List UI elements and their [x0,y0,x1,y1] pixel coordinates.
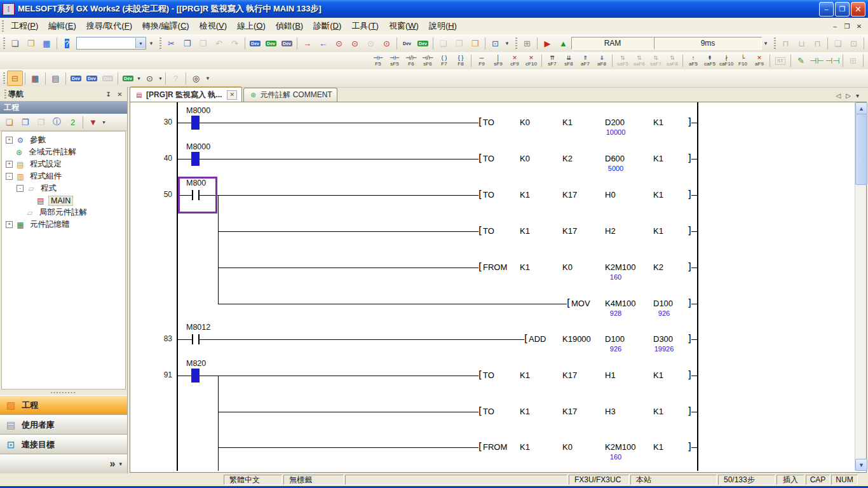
paste-icon[interactable]: ❒ [195,36,211,51]
device-ccl-icon[interactable]: Dev [100,71,116,86]
note-edit-icon[interactable]: ⊞ [865,53,868,69]
toolbar-grip[interactable] [159,37,161,49]
dropdown-arrow-icon[interactable]: ▾ [101,119,107,125]
ladder-symbol-f7-icon[interactable]: ( )F7 [436,53,452,69]
help2-icon[interactable]: ? [168,71,184,86]
device-green-icon[interactable]: Dev [415,36,431,51]
device-search-icon[interactable]: ⊙ [142,71,158,86]
instruction-mnemonic[interactable]: TO [483,226,494,236]
ladder-symbol-saf7-icon[interactable]: ⇅saF7 [648,53,664,69]
contact-energized[interactable] [191,152,200,166]
write-to-plc-icon[interactable]: → [299,36,315,51]
ladder-symbol-af8-icon[interactable]: ⇓aF8 [593,53,610,69]
instruction-operand[interactable]: K17 [562,407,577,416]
ladder-symbol-saf5-icon[interactable]: ⇅saF5 [614,53,631,69]
instruction-operand[interactable]: K19000 [562,334,591,344]
menu-b[interactable]: 偵錯(B) [271,18,308,34]
instruction-operand[interactable]: K1 [520,370,530,380]
mdi-minimize-button[interactable]: – [830,22,840,31]
collapse-icon[interactable]: - [17,185,24,192]
undo-icon[interactable]: ↶ [211,36,227,51]
ladder-symbol-af9-icon[interactable]: ✕aF9 [751,53,768,69]
menu-o[interactable]: 線上(O) [232,18,271,34]
instruction-mnemonic[interactable]: FROM [483,442,507,452]
ladder-symbol-sf8-icon[interactable]: ⇊sF8 [560,53,577,69]
cut-icon[interactable]: ✂ [163,36,179,51]
ladder-edit-icon[interactable]: ✎ [793,53,809,69]
instruction-operand[interactable]: K1 [520,226,530,236]
contact-energized[interactable] [191,369,200,383]
monitor-stop2-icon[interactable]: ⊙ [363,36,379,51]
ladder-symbol-sf9-icon[interactable]: │sF9 [490,53,506,69]
instruction-operand[interactable]: K1 [520,190,530,200]
ladder-symbol-af5-icon[interactable]: ↑aF5 [685,53,702,69]
instruction-operand[interactable]: K1 [653,190,663,200]
tree-item-局部元件註解[interactable]: ▱局部元件註解 [2,207,125,219]
toolbar-grip[interactable] [774,37,776,49]
dropdown-arrow-icon[interactable]: ▾ [136,76,142,81]
monitor-start-icon[interactable]: ▶ [539,36,555,51]
new-data-icon[interactable]: ❏ [1,114,17,130]
chevron-down-icon[interactable]: ▾ [119,461,122,467]
menu-grip[interactable] [2,20,4,32]
minimize-button[interactable]: – [819,2,834,17]
menu-w[interactable]: 視窗(W) [384,18,424,34]
ladder-symbol-af7-icon[interactable]: ⇑aF7 [577,53,593,69]
copy-data-icon[interactable]: ❐ [17,114,33,130]
tab-menu-icon[interactable]: ▾ [856,92,859,99]
instruction-operand[interactable]: K0 [562,442,573,452]
instruction-operand[interactable]: K1 [653,442,663,452]
comment-dim-icon[interactable]: ❏ [435,36,451,51]
watch-icon[interactable]: ⊡ [846,36,862,51]
instruction-operand[interactable]: D600 [605,154,625,163]
toolbar-grip[interactable] [3,37,5,49]
instruction-operand[interactable]: K2M100 [605,442,635,452]
instruction-operand[interactable]: D100 [605,334,625,344]
instruction-mnemonic[interactable]: TO [483,407,494,416]
ladder-symbol-f5-icon[interactable]: ⊣⊢F5 [370,53,386,69]
instruction-mnemonic[interactable]: ADD [529,334,546,344]
collapse-icon[interactable]: - [6,173,13,180]
instruction-operand[interactable]: K0 [562,262,573,272]
ladder-symbol-saf8-icon[interactable]: ⇅saF8 [664,53,681,69]
menu-v[interactable]: 檢視(V) [194,18,232,34]
ladder-symbol-f10-icon[interactable]: └F10 [735,53,751,69]
monitor-start2-icon[interactable]: ⊙ [379,36,395,51]
contact-bar[interactable] [198,334,200,344]
instruction-operand[interactable]: D300 [653,334,673,344]
ladder-symbol-caf10-icon[interactable]: ∤caF10 [718,53,735,69]
new-project-icon[interactable]: ❏ [7,36,23,51]
scroll-up-icon[interactable]: ▲ [855,102,867,114]
navigation-window-icon[interactable]: ⊟ [7,71,23,86]
scroll-thumb[interactable] [855,114,867,185]
tree-item-MAIN[interactable]: ▤MAIN [2,194,125,207]
device-display-menu-icon[interactable]: Dev [120,71,136,86]
instruction-operand[interactable]: K2 [653,262,663,272]
pc-monitor-icon[interactable]: ⊡ [487,36,503,51]
tree-item-程式設定[interactable]: +▤程式設定 [2,158,125,170]
device-white-icon[interactable]: Dev [399,36,415,51]
instruction-operand[interactable]: K0 [520,118,530,127]
instruction-operand[interactable]: D200 [605,118,625,127]
instruction-operand[interactable]: K1 [520,442,530,452]
instruction-mnemonic[interactable]: TO [483,154,494,163]
instruction-operand[interactable]: K1 [653,118,663,127]
instruction-operand[interactable]: K1 [520,262,530,272]
menu-e[interactable]: 編輯(E) [43,18,81,34]
device-test-on-icon[interactable]: ⊣⊢ [809,53,825,69]
sort-order-icon[interactable]: 2 [65,114,81,130]
ladder-canvas[interactable]: 30M8000[TOK0K1D20010000K1]40M8000[TOK0K2… [130,102,854,471]
ladder-symbol-f6-icon[interactable]: ⊣/⊢F6 [403,53,419,69]
instruction-operand[interactable]: K17 [562,190,577,200]
data-property-icon[interactable]: ⓘ [49,114,65,130]
menu-d[interactable]: 診斷(D) [308,18,346,34]
monitor-write-icon[interactable]: ⊙ [347,36,363,51]
menu-c[interactable]: 轉換/編譯(C) [137,18,194,34]
transfer-setup-icon[interactable]: ⊞ [519,36,535,51]
ladder-symbol-sf5-icon[interactable]: ⊣⊢sF5 [386,53,403,69]
instruction-operand[interactable]: K0 [520,154,530,163]
inline-st-icon[interactable]: ⊞ [845,53,861,69]
menu-f[interactable]: 搜尋/取代(F) [81,18,137,34]
menu-t[interactable]: 工具(T) [346,18,384,34]
instruction-mnemonic[interactable]: TO [483,190,494,200]
